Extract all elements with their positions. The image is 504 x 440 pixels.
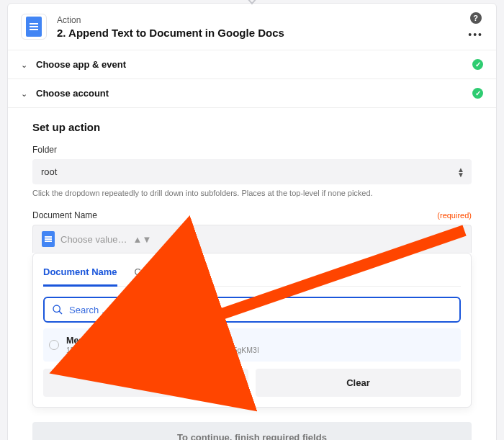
load-more-button[interactable]: Load More <box>43 369 248 397</box>
option-title: Messages from Slack <box>66 336 259 346</box>
folder-label: Folder <box>32 145 472 155</box>
sort-icon: ▲▼ <box>457 167 464 177</box>
step-header: Action 2. Append Text to Document in Goo… <box>8 4 496 50</box>
section-choose-app-event[interactable]: ⌄ Choose app & event <box>8 50 496 78</box>
complete-check-icon <box>472 88 483 99</box>
clear-button[interactable]: Clear <box>256 369 461 397</box>
tab-document-name[interactable]: Document Name <box>43 262 117 287</box>
step-title: 2. Append Text to Document in Google Doc… <box>57 27 284 39</box>
svg-point-0 <box>53 305 60 312</box>
search-input[interactable] <box>69 305 452 315</box>
folder-value: root <box>41 166 57 177</box>
tab-custom[interactable]: Custom <box>135 262 167 286</box>
chevron-down-icon: ⌄ <box>21 89 27 99</box>
dropdown-search[interactable] <box>43 297 461 323</box>
dropdown-tabs: Document Name Custom <box>43 262 461 287</box>
document-name-select[interactable]: Choose value… ▲▼ <box>32 225 472 253</box>
radio-icon <box>49 340 59 350</box>
help-icon[interactable]: ? <box>470 12 482 24</box>
step-type-label: Action <box>57 15 284 25</box>
setup-action-title: Set up action <box>32 121 472 133</box>
document-name-dropdown: Document Name Custom Messages from Slack… <box>32 253 472 408</box>
dropdown-option[interactable]: Messages from Slack 1EJMAHlWdboPEcSe2n-c… <box>43 328 461 362</box>
svg-line-1 <box>59 311 62 314</box>
document-name-placeholder: Choose value… <box>60 234 127 245</box>
section-label: Choose account <box>36 88 109 99</box>
folder-helper-text: Click the dropdown repeatedly to drill d… <box>32 189 472 197</box>
google-docs-icon <box>21 14 47 40</box>
option-subtitle: 1EJMAHlWdboPEcSe2n-cJm7NXoh6Sro8tCbLah5g… <box>66 346 259 354</box>
complete-check-icon <box>472 59 483 70</box>
document-name-label: Document Name (required) <box>32 210 472 220</box>
section-setup-action: Set up action Folder root ▲▼ Click the d… <box>8 107 496 440</box>
google-docs-icon <box>42 231 55 247</box>
folder-select[interactable]: root ▲▼ <box>32 159 472 184</box>
sort-icon: ▲▼ <box>133 234 152 245</box>
continue-bar: To continue, finish required fields <box>32 422 472 440</box>
more-options-icon[interactable]: ••• <box>468 30 483 40</box>
section-choose-account[interactable]: ⌄ Choose account <box>8 78 496 107</box>
chevron-down-icon: ⌄ <box>21 60 27 70</box>
action-step-panel: Action 2. Append Text to Document in Goo… <box>7 3 497 440</box>
search-icon <box>52 304 63 315</box>
section-label: Choose app & event <box>36 59 126 70</box>
required-tag: (required) <box>437 211 472 220</box>
